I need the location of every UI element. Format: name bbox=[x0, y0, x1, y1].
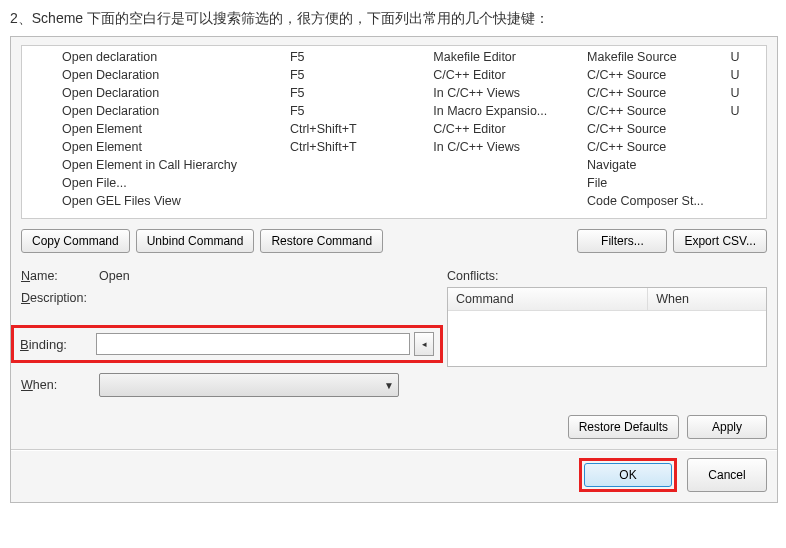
cell-category: C/C++ Source bbox=[583, 138, 726, 156]
cell-command: Open declaration bbox=[22, 48, 286, 66]
cell-when: In C/C++ Views bbox=[429, 138, 583, 156]
cell-category: C/C++ Source bbox=[583, 66, 726, 84]
cell-category: Code Composer St... bbox=[583, 192, 726, 210]
cell-category: C/C++ Source bbox=[583, 84, 726, 102]
apply-button[interactable]: Apply bbox=[687, 415, 767, 439]
cell-when: In Macro Expansio... bbox=[429, 102, 583, 120]
cell-when: Makefile Editor bbox=[429, 48, 583, 66]
cell-command: Open Element in Call Hierarchy bbox=[22, 156, 286, 174]
binding-highlight-box: Binding: ◂ bbox=[11, 325, 443, 363]
cell-command: Open Element bbox=[22, 120, 286, 138]
cell-command: Open File... bbox=[22, 174, 286, 192]
cell-user bbox=[726, 156, 766, 174]
cell-command: Open Element bbox=[22, 138, 286, 156]
cell-command: Open Declaration bbox=[22, 66, 286, 84]
cell-user: U bbox=[726, 66, 766, 84]
cell-user: U bbox=[726, 84, 766, 102]
restore-defaults-button[interactable]: Restore Defaults bbox=[568, 415, 679, 439]
keys-pref-dialog: Open declarationF5Makefile EditorMakefil… bbox=[10, 36, 778, 503]
name-label: Name: bbox=[21, 269, 99, 283]
conflicts-table[interactable]: Command When bbox=[447, 287, 767, 367]
when-label: When: bbox=[21, 378, 99, 392]
cell-binding: F5 bbox=[286, 102, 429, 120]
cell-when: In C/C++ Views bbox=[429, 84, 583, 102]
table-row[interactable]: Open ElementCtrl+Shift+TC/C++ EditorC/C+… bbox=[22, 120, 766, 138]
cell-command: Open GEL Files View bbox=[22, 192, 286, 210]
filters-button[interactable]: Filters... bbox=[577, 229, 667, 253]
cancel-button[interactable]: Cancel bbox=[687, 458, 767, 492]
cell-category: Navigate bbox=[583, 156, 726, 174]
unbind-command-button[interactable]: Unbind Command bbox=[136, 229, 255, 253]
copy-command-button[interactable]: Copy Command bbox=[21, 229, 130, 253]
cell-binding: Ctrl+Shift+T bbox=[286, 120, 429, 138]
cell-binding: F5 bbox=[286, 84, 429, 102]
table-row[interactable]: Open ElementCtrl+Shift+TIn C/C++ ViewsC/… bbox=[22, 138, 766, 156]
cell-user bbox=[726, 138, 766, 156]
separator bbox=[11, 449, 777, 450]
table-row[interactable]: Open GEL Files ViewCode Composer St... bbox=[22, 192, 766, 210]
cell-user bbox=[726, 192, 766, 210]
cell-binding: F5 bbox=[286, 66, 429, 84]
table-row[interactable]: Open DeclarationF5In Macro Expansio...C/… bbox=[22, 102, 766, 120]
cell-binding: F5 bbox=[286, 48, 429, 66]
cell-binding bbox=[286, 192, 429, 210]
cell-user bbox=[726, 120, 766, 138]
table-row[interactable]: Open DeclarationF5C/C++ EditorC/C++ Sour… bbox=[22, 66, 766, 84]
table-row[interactable]: Open Element in Call HierarchyNavigate bbox=[22, 156, 766, 174]
table-row[interactable]: Open File...File bbox=[22, 174, 766, 192]
intro-text: 2、Scheme 下面的空白行是可以搜索筛选的，很方便的，下面列出常用的几个快捷… bbox=[10, 10, 776, 28]
cell-when: C/C++ Editor bbox=[429, 66, 583, 84]
cell-user: U bbox=[726, 48, 766, 66]
cell-binding bbox=[286, 174, 429, 192]
export-csv-button[interactable]: Export CSV... bbox=[673, 229, 767, 253]
binding-dropdown-icon[interactable]: ◂ bbox=[414, 332, 434, 356]
conflicts-label: Conflicts: bbox=[447, 269, 767, 283]
cell-binding: Ctrl+Shift+T bbox=[286, 138, 429, 156]
conflicts-col-command: Command bbox=[448, 288, 648, 310]
description-label: Description: bbox=[21, 291, 99, 305]
cell-command: Open Declaration bbox=[22, 102, 286, 120]
cell-category: Makefile Source bbox=[583, 48, 726, 66]
cell-user: U bbox=[726, 102, 766, 120]
cell-command: Open Declaration bbox=[22, 84, 286, 102]
cell-category: C/C++ Source bbox=[583, 102, 726, 120]
cell-user bbox=[726, 174, 766, 192]
binding-label: Binding: bbox=[20, 337, 92, 352]
table-row[interactable]: Open declarationF5Makefile EditorMakefil… bbox=[22, 48, 766, 66]
cell-when bbox=[429, 192, 583, 210]
restore-command-button[interactable]: Restore Command bbox=[260, 229, 383, 253]
binding-input[interactable] bbox=[96, 333, 410, 355]
cell-binding bbox=[286, 156, 429, 174]
cell-when: C/C++ Editor bbox=[429, 120, 583, 138]
name-value: Open bbox=[99, 269, 433, 283]
cell-category: C/C++ Source bbox=[583, 120, 726, 138]
table-row[interactable]: Open DeclarationF5In C/C++ ViewsC/C++ So… bbox=[22, 84, 766, 102]
ok-highlight-box: OK bbox=[579, 458, 677, 492]
key-bindings-table[interactable]: Open declarationF5Makefile EditorMakefil… bbox=[21, 45, 767, 219]
cell-when bbox=[429, 174, 583, 192]
ok-button[interactable]: OK bbox=[584, 463, 672, 487]
cell-when bbox=[429, 156, 583, 174]
when-select[interactable]: ▼ bbox=[99, 373, 399, 397]
cell-category: File bbox=[583, 174, 726, 192]
conflicts-col-when: When bbox=[648, 288, 766, 310]
